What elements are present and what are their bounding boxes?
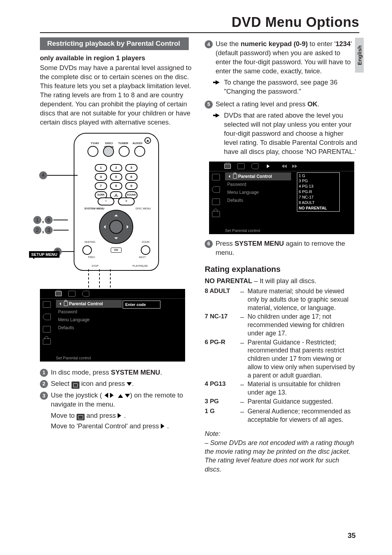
tv-icon bbox=[237, 163, 245, 169]
osd-item-password: Password bbox=[56, 308, 122, 316]
speaker-icon bbox=[43, 314, 51, 320]
man-icon bbox=[55, 291, 62, 296]
prev-label: PREV bbox=[88, 256, 95, 259]
text-bold: 1234 bbox=[336, 40, 351, 48]
left-column: Restricting playback by Parental Control… bbox=[40, 37, 192, 475]
rating-opt: 3 PG bbox=[299, 178, 338, 184]
callout-line-icon bbox=[53, 220, 68, 220]
right-arrow-icon bbox=[161, 424, 167, 429]
rating-row: 4 PG13–Material is unsuitable for childr… bbox=[205, 380, 357, 397]
btn-tuner bbox=[119, 146, 130, 157]
step-3-move2: Move to 'Parental Control' and press . bbox=[51, 422, 192, 431]
callout-bubble: 1 bbox=[33, 216, 41, 224]
intro-text: Some DVDs may have a parental level assi… bbox=[40, 64, 192, 127]
dash: – bbox=[240, 380, 245, 397]
note-label: Note: bbox=[205, 430, 220, 437]
remote-diagram: TV/AV DISC/ MEDIA TUNER AUX/DI 1 bbox=[74, 133, 159, 271]
stop-label: STOP bbox=[92, 264, 99, 268]
rating-desc: Material is unsuitable for children unde… bbox=[248, 380, 357, 397]
text: and press bbox=[85, 412, 118, 419]
rating-row: 8 ADULT–Mature material; should be viewe… bbox=[205, 287, 357, 312]
rating-opt: 6 PG-R bbox=[299, 189, 338, 195]
callout-line-icon bbox=[62, 251, 74, 252]
text: Parental Control bbox=[78, 422, 126, 430]
text: Use the joystick ( bbox=[51, 391, 102, 399]
language-tab: English bbox=[355, 38, 364, 73]
rating-label: 7 NC-17 bbox=[205, 313, 238, 337]
rating-desc: Mature material; should be viewed only b… bbox=[248, 287, 357, 312]
right-arrow-icon bbox=[118, 413, 124, 418]
disc-menu-label: DISC MENU bbox=[135, 207, 151, 211]
text: NO PARENTAL bbox=[306, 148, 353, 155]
picture-icon bbox=[212, 174, 220, 180]
text: . bbox=[124, 412, 126, 419]
note-body: – Some DVDs are not encoded with a ratin… bbox=[205, 439, 354, 473]
up-arrow-icon bbox=[118, 392, 123, 398]
region-note: only available in region 1 players bbox=[40, 54, 192, 63]
text: Move to bbox=[51, 412, 77, 419]
osd-menu-list: Parental Control Password Menu Language … bbox=[56, 300, 122, 332]
callout-bubble: 2 bbox=[33, 226, 41, 234]
lock-icon bbox=[212, 211, 220, 217]
lock-small-icon bbox=[64, 301, 68, 306]
page-number: 35 bbox=[348, 531, 356, 540]
step-body: In disc mode, press SYSTEM MENU. bbox=[51, 368, 192, 377]
osd-item-defaults: Defaults bbox=[225, 196, 291, 204]
osd-item-label: Parental Control bbox=[69, 301, 103, 307]
text: . bbox=[160, 368, 162, 376]
step-3-move1: Move to and press . bbox=[51, 411, 192, 421]
rating-row: 7 NC-17–No children under age 17; not re… bbox=[205, 313, 357, 337]
text: .' bbox=[353, 148, 356, 155]
dpad-down-icon bbox=[114, 237, 118, 241]
rating-label: 3 PG bbox=[205, 397, 238, 407]
osd-menu-left: Parental Control Password Menu Language … bbox=[40, 289, 185, 362]
page: DVD Menu Options English Restricting pla… bbox=[0, 0, 392, 555]
rating-desc: No children under age 17; not recommende… bbox=[248, 313, 357, 337]
text-bold: SYSTEM MENU bbox=[234, 240, 284, 247]
rating-label: 4 PG13 bbox=[205, 380, 238, 397]
rating-desc: Parental Guidance - Restricted; recommen… bbox=[248, 338, 357, 380]
forward-icon bbox=[292, 164, 298, 168]
dash: – bbox=[240, 407, 245, 424]
seating-label: SEATING bbox=[85, 240, 95, 244]
text: Use the bbox=[216, 40, 241, 48]
rating-opt: NO PARENTAL bbox=[299, 206, 327, 210]
text: . bbox=[318, 100, 319, 108]
key-4: 4 bbox=[95, 173, 107, 181]
text: to enter ' bbox=[308, 40, 336, 48]
text-bold: numeric keypad (0-9) bbox=[241, 40, 308, 48]
enter-code-box: Enter code bbox=[123, 301, 160, 309]
text: ." bbox=[297, 87, 301, 95]
rating-opt: 8 ADULT bbox=[299, 200, 338, 205]
key-9: 9 bbox=[125, 182, 138, 190]
rewind-icon bbox=[280, 164, 286, 168]
callout-4: 4 bbox=[39, 171, 78, 179]
step-body: Select icon and press . bbox=[51, 379, 192, 389]
rating-row: 6 PG-R–Parental Guidance - Restricted; r… bbox=[205, 338, 357, 380]
btn-aux bbox=[134, 146, 145, 157]
audio-icon bbox=[251, 163, 258, 169]
step-6: 6 Press SYSTEM MENU again to remove the … bbox=[205, 239, 357, 257]
text: Select bbox=[51, 380, 72, 387]
osd-footer: Set Parental control bbox=[225, 228, 260, 233]
callout-1-6: 1, 6 bbox=[33, 216, 68, 225]
osd-right-panel: Enter code bbox=[123, 300, 181, 309]
vol-down: − bbox=[98, 197, 114, 205]
text: icon and press bbox=[79, 380, 127, 387]
btn-disc bbox=[103, 146, 114, 157]
keypad: 1 2 3 4 5 6 7 8 9 bbox=[74, 164, 159, 199]
section-heading: Restricting playback by Parental Control bbox=[40, 37, 189, 50]
btn-tvav bbox=[87, 146, 98, 157]
man-icon bbox=[72, 381, 79, 389]
osd-side-icons bbox=[209, 171, 223, 234]
picture-icon bbox=[43, 301, 51, 308]
osd-item-menulang: Menu Language bbox=[225, 188, 291, 196]
rating-row: 1 G–General Audience; recommended as acc… bbox=[205, 407, 357, 424]
step-number: 5 bbox=[205, 101, 213, 109]
rating-desc: Parental Guidance suggested. bbox=[248, 397, 357, 407]
callout-2-3: 2, 3 bbox=[33, 226, 69, 235]
dpad-left-icon bbox=[102, 225, 106, 229]
right-column: 4 Use the numeric keypad (0-9) to enter … bbox=[205, 37, 357, 475]
note: Note:– Some DVDs are not encoded with a … bbox=[205, 429, 357, 473]
dotted-line-icon bbox=[99, 269, 100, 287]
